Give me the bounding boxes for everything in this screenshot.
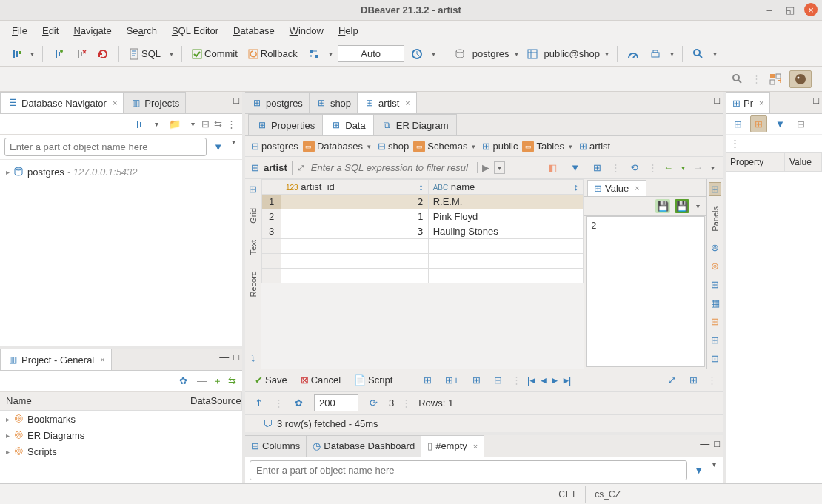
minimize-icon[interactable]: — xyxy=(700,438,709,449)
maximize-icon[interactable]: □ xyxy=(233,352,239,363)
dbeaver-perspective-button[interactable] xyxy=(789,70,812,88)
db-combo-icon[interactable] xyxy=(450,46,470,62)
quick-search-button[interactable] xyxy=(728,71,747,87)
sql-filter-input[interactable] xyxy=(310,159,472,176)
new-connection-dropdown[interactable]: ▾ xyxy=(28,50,36,58)
tab-postgres[interactable]: ⊞postgres xyxy=(245,92,310,113)
dashboard-button[interactable] xyxy=(624,47,643,61)
panel-icon[interactable]: ⊚ xyxy=(711,261,719,272)
project-item-er[interactable]: ▸🞋ER Diagrams xyxy=(0,427,242,443)
minimize-icon[interactable]: — xyxy=(219,352,229,363)
panel-icon[interactable]: ⊞ xyxy=(711,279,719,290)
save-filter-icon[interactable]: ⊞ xyxy=(589,160,605,175)
col-name[interactable]: Name xyxy=(0,392,184,410)
data-grid[interactable]: 123 artist_id ↕ ABC name ↕ 12R.E.M. 21Pi… xyxy=(261,179,584,283)
table-row[interactable]: 21Pink Floyd xyxy=(262,209,584,224)
tab-columns[interactable]: ⊟Columns xyxy=(245,435,307,457)
tx-button[interactable] xyxy=(304,46,324,62)
save-button[interactable]: ✔ Save xyxy=(251,372,291,388)
tx-dropdown[interactable]: ▾ xyxy=(327,50,335,58)
tab-projects[interactable]: ▥Projects xyxy=(123,92,186,113)
close-button[interactable]: × xyxy=(804,3,818,16)
panels-tab[interactable]: Panels xyxy=(711,204,720,235)
crumb-artist[interactable]: ⊞artist xyxy=(579,141,610,152)
expand-icon[interactable]: ⤢ xyxy=(664,372,680,388)
connect-button[interactable] xyxy=(49,46,68,62)
apply-filter-icon[interactable]: ▶ xyxy=(477,162,489,173)
delete-row-icon[interactable]: ⊟ xyxy=(490,372,506,388)
add-row-icon[interactable]: ⊞ xyxy=(420,372,435,388)
minimize-icon[interactable]: — xyxy=(695,184,704,192)
bottom-filter-input[interactable] xyxy=(250,460,687,480)
crumb-postgres[interactable]: ⊟postgres xyxy=(251,141,298,152)
tab-properties[interactable]: ⊞Pr× xyxy=(726,92,770,113)
close-icon[interactable]: × xyxy=(405,98,410,107)
close-icon[interactable]: × xyxy=(759,98,763,107)
close-icon[interactable]: × xyxy=(113,98,117,107)
configure-icon[interactable]: ✿ xyxy=(291,395,307,411)
disconnect-button[interactable] xyxy=(71,46,90,62)
close-icon[interactable]: × xyxy=(635,184,639,192)
subtab-er-diagram[interactable]: ⧉ER Diagram xyxy=(373,114,457,135)
collapse-icon[interactable]: ⊟ xyxy=(201,118,210,130)
refresh-icon[interactable]: ⟲ xyxy=(626,160,642,175)
col-datasource[interactable]: DataSource xyxy=(184,392,242,410)
project-item-scripts[interactable]: ▸🞋Scripts xyxy=(0,443,242,460)
collapse-all-icon[interactable]: — xyxy=(197,375,207,386)
close-icon[interactable]: × xyxy=(100,355,104,364)
maximize-button[interactable]: ◱ xyxy=(783,3,797,16)
save-value-icon[interactable]: 💾 xyxy=(655,199,670,213)
settings-icon[interactable]: ✿ xyxy=(176,373,191,389)
grid-tab[interactable]: Grid xyxy=(249,205,258,226)
expand-icon[interactable]: ▸ xyxy=(6,168,10,176)
filter-icon[interactable]: ▼ xyxy=(210,138,227,156)
add-icon[interactable]: ＋ xyxy=(213,374,222,388)
menu-sql-editor[interactable]: SQL Editor xyxy=(166,23,224,38)
project-item-bookmarks[interactable]: ▸🞋Bookmarks xyxy=(0,411,242,427)
grid-view-icon[interactable]: ⊞ xyxy=(249,184,257,195)
crumb-shop[interactable]: ⊟shop xyxy=(378,141,409,152)
close-icon[interactable]: × xyxy=(473,442,478,451)
menu-file[interactable]: File xyxy=(6,23,33,38)
nav-tree[interactable]: ▸ postgres - 127.0.0.1:5432 xyxy=(0,160,242,346)
tab-dashboard[interactable]: ◷Database Dashboard xyxy=(306,435,421,457)
record-mode-icon[interactable]: ⤵ xyxy=(250,353,255,364)
save-as-icon[interactable]: 💾 xyxy=(675,199,689,213)
db-combo-dropdown[interactable]: ▾ xyxy=(512,50,521,58)
crumb-public[interactable]: ⊞public xyxy=(482,141,518,152)
filter-history-dropdown[interactable]: ▾ xyxy=(494,161,505,174)
search-button[interactable] xyxy=(689,46,708,62)
tab-db-navigator[interactable]: ☰Database Navigator× xyxy=(0,92,124,113)
filter-icon[interactable]: ▼ xyxy=(690,460,707,480)
new-connection-button[interactable] xyxy=(6,46,25,62)
schema-combo-dropdown[interactable]: ▾ xyxy=(603,50,611,58)
col-property[interactable]: Property xyxy=(726,153,785,171)
link-icon[interactable]: ⇆ xyxy=(214,118,222,130)
back-icon[interactable]: ← xyxy=(664,162,673,173)
minimize-icon[interactable]: — xyxy=(219,95,229,106)
erase-filter-icon[interactable]: ◧ xyxy=(544,160,561,175)
nav-filter-input[interactable] xyxy=(4,138,207,156)
menu-help[interactable]: Help xyxy=(333,23,364,38)
panels-toggle-icon[interactable]: ⊡ xyxy=(711,353,719,364)
minimize-icon[interactable]: — xyxy=(799,95,809,106)
corner-cell[interactable] xyxy=(262,180,281,195)
tx-mode-combo[interactable]: Auto xyxy=(338,45,404,62)
maximize-icon[interactable]: □ xyxy=(813,95,819,106)
table-row[interactable]: 12R.E.M. xyxy=(262,195,584,209)
menu-database[interactable]: Database xyxy=(227,23,281,38)
tab-artist[interactable]: ⊞artist× xyxy=(357,92,417,113)
script-button[interactable]: 📄 Script xyxy=(350,372,396,388)
maximize-icon[interactable]: □ xyxy=(714,95,720,106)
maximize-icon[interactable]: □ xyxy=(233,95,239,106)
menu-navigate[interactable]: Navigate xyxy=(67,23,117,38)
link-editor-icon[interactable]: ⇆ xyxy=(228,375,236,386)
tab-shop[interactable]: ⊞shop xyxy=(309,92,358,113)
crumb-databases[interactable]: ▭Databases▾ xyxy=(303,141,373,152)
filter-panel-icon[interactable]: ▼ xyxy=(567,160,584,175)
sql-editor-button[interactable]: SQL xyxy=(125,46,164,62)
pin-icon[interactable]: ⊞ xyxy=(750,115,767,132)
minimize-icon[interactable]: — xyxy=(700,95,709,106)
open-perspective-button[interactable]: + xyxy=(766,71,785,87)
categories-icon[interactable]: ⊞ xyxy=(730,116,746,132)
